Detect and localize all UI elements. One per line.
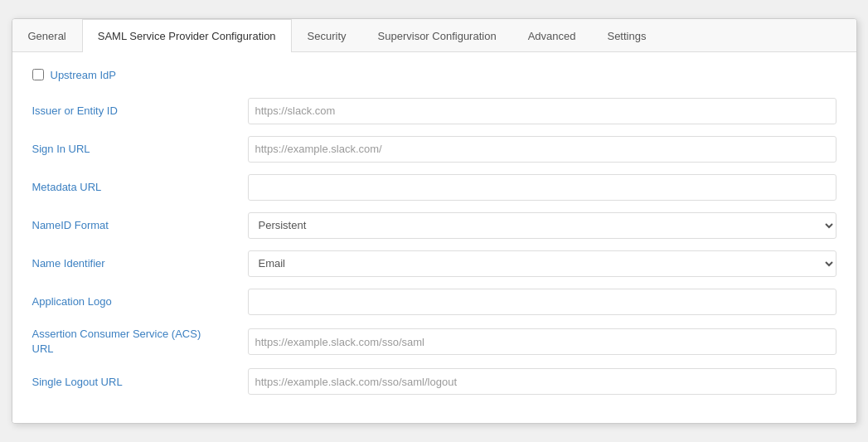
tab-saml[interactable]: SAML Service Provider Configuration (82, 19, 292, 52)
tab-advanced[interactable]: Advanced (512, 19, 592, 52)
acs-url-label: Assertion Consumer Service (ACS)URL (32, 327, 248, 357)
nameid-format-select[interactable]: Persistent Transient Email Unspecified (248, 212, 836, 239)
name-identifier-row: Name Identifier Email Username Phone (32, 250, 836, 277)
main-window: General SAML Service Provider Configurat… (12, 18, 857, 424)
tab-security[interactable]: Security (292, 19, 362, 52)
metadata-url-row: Metadata URL (32, 174, 836, 201)
form-fields: Issuer or Entity ID Sign In URL Metadata… (32, 98, 836, 395)
single-logout-url-label: Single Logout URL (32, 376, 248, 388)
acs-url-input[interactable] (248, 328, 836, 355)
tab-supervisor[interactable]: Supervisor Configuration (362, 19, 512, 52)
issuer-entity-id-label: Issuer or Entity ID (32, 104, 248, 117)
upstream-idp-row: Upstream IdP (32, 69, 836, 81)
nameid-format-row: NameID Format Persistent Transient Email… (32, 212, 836, 239)
metadata-url-label: Metadata URL (32, 181, 248, 193)
upstream-idp-checkbox[interactable] (32, 69, 44, 80)
metadata-url-input[interactable] (248, 174, 836, 201)
issuer-entity-id-row: Issuer or Entity ID (32, 98, 836, 124)
acs-url-label-text: Assertion Consumer Service (ACS)URL (32, 328, 201, 355)
nameid-format-label: NameID Format (32, 219, 248, 231)
application-logo-row: Application Logo (32, 289, 836, 315)
name-identifier-select[interactable]: Email Username Phone (248, 250, 836, 277)
single-logout-url-input[interactable] (248, 368, 836, 395)
tab-settings[interactable]: Settings (591, 19, 662, 52)
sign-in-url-label: Sign In URL (32, 143, 248, 155)
tab-content: Upstream IdP Issuer or Entity ID Sign In… (12, 52, 856, 423)
tab-bar: General SAML Service Provider Configurat… (12, 19, 856, 52)
issuer-entity-id-input[interactable] (248, 98, 836, 124)
tab-general[interactable]: General (12, 19, 82, 52)
application-logo-label: Application Logo (32, 295, 248, 308)
sign-in-url-row: Sign In URL (32, 136, 836, 163)
name-identifier-label: Name Identifier (32, 257, 248, 270)
application-logo-input[interactable] (248, 289, 836, 315)
acs-url-row: Assertion Consumer Service (ACS)URL (32, 327, 836, 357)
upstream-idp-label: Upstream IdP (51, 69, 116, 81)
sign-in-url-input[interactable] (248, 136, 836, 163)
single-logout-url-row: Single Logout URL (32, 368, 836, 395)
